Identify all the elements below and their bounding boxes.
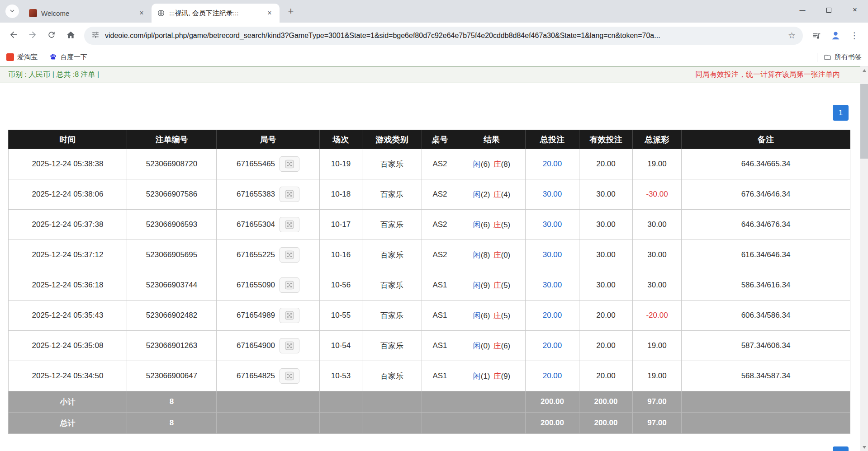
cell-bet-id: 523066903744: [127, 270, 217, 301]
new-tab-button[interactable]: +: [283, 4, 299, 19]
empty-cell: [422, 413, 458, 434]
cell-round: 671655090: [217, 270, 320, 301]
cell-game-type: 百家乐: [362, 240, 422, 270]
round-media-button[interactable]: [280, 308, 299, 323]
bookmark-baidu[interactable]: 百度一下: [49, 53, 87, 61]
cell-time: 2025-12-24 05:34:50: [9, 361, 127, 391]
cell-time: 2025-12-24 05:38:38: [9, 149, 127, 179]
cell-payout: 19.00: [633, 149, 682, 179]
cell-round: 671655225: [217, 240, 320, 270]
round-media-button[interactable]: [280, 217, 299, 232]
scroll-up-arrow[interactable]: [860, 66, 868, 74]
triangle-up-icon: [863, 67, 866, 72]
tab-close-icon[interactable]: ×: [265, 9, 274, 18]
welcome-favicon-icon: [29, 9, 37, 17]
bookmark-label: 百度一下: [60, 53, 87, 61]
round-media-button[interactable]: [280, 187, 299, 202]
empty-cell: [458, 391, 526, 413]
round-media-button[interactable]: [280, 277, 299, 293]
empty-cell: [217, 391, 320, 413]
empty-cell: [320, 413, 362, 434]
bookmark-star-icon[interactable]: ☆: [788, 30, 796, 41]
round-media-button[interactable]: [280, 156, 299, 172]
tab-welcome[interactable]: Welcome ×: [24, 4, 152, 23]
col-note: 备注: [682, 130, 850, 149]
cell-bet-id: 523066905695: [127, 240, 217, 270]
forward-button[interactable]: [24, 27, 42, 45]
cell-table-no: AS1: [422, 270, 458, 301]
cell-game-type: 百家乐: [362, 149, 422, 179]
player-result: 闲(1): [473, 372, 490, 381]
round-media-button[interactable]: [280, 247, 299, 263]
pagination-bottom-button[interactable]: 1: [833, 446, 849, 451]
cell-game-type: 百家乐: [362, 331, 422, 361]
round-media-button[interactable]: [280, 338, 299, 353]
cell-game-type: 百家乐: [362, 270, 422, 301]
cell-table-no: AS1: [422, 361, 458, 391]
scroll-thumb[interactable]: [860, 84, 868, 159]
cell-result: 闲(0)庄(6): [458, 331, 526, 361]
media-controls-icon[interactable]: [807, 27, 825, 45]
cell-session: 10-56: [320, 270, 362, 301]
tab-strip: Welcome × :::视讯, 会员下注纪录::: × + — ×: [0, 0, 868, 23]
cell-result: 闲(8)庄(0): [458, 240, 526, 270]
round-media-button[interactable]: [280, 368, 299, 384]
col-time: 时间: [9, 130, 127, 149]
cell-session: 10-16: [320, 240, 362, 270]
cell-total-bet: 20.00: [526, 301, 579, 331]
tab-close-icon[interactable]: ×: [137, 9, 146, 18]
cell-result: 闲(9)庄(5): [458, 270, 526, 301]
minimize-button[interactable]: —: [789, 0, 816, 20]
round-number: 671655090: [237, 281, 275, 289]
player-result: 闲(0): [473, 342, 490, 350]
tab-title: Welcome: [41, 9, 133, 17]
all-bookmarks[interactable]: 所有书签: [824, 53, 862, 61]
total-valid-bet: 200.00: [579, 413, 633, 434]
cell-round: 671654989: [217, 301, 320, 331]
back-button[interactable]: [5, 27, 23, 45]
cell-time: 2025-12-24 05:36:18: [9, 270, 127, 301]
tab-search-button[interactable]: [5, 5, 19, 18]
site-settings-icon[interactable]: [91, 31, 100, 41]
cell-note: 616.34/646.34: [682, 240, 850, 270]
subtotal-valid-bet: 200.00: [579, 391, 633, 413]
cell-time: 2025-12-24 05:38:06: [9, 179, 127, 210]
dice-icon: [285, 189, 294, 199]
folder-icon: [824, 53, 831, 61]
maximize-button[interactable]: [816, 0, 842, 20]
page-1-button[interactable]: 1: [833, 105, 849, 121]
col-session: 场次: [320, 130, 362, 149]
cell-valid-bet: 20.00: [579, 361, 633, 391]
close-button[interactable]: ×: [842, 0, 868, 20]
round-number: 671655465: [237, 160, 275, 168]
tab-betrecord[interactable]: :::视讯, 会员下注纪录::: ×: [152, 4, 280, 23]
round-number: 671655304: [237, 220, 275, 229]
col-game-type: 游戏类别: [362, 130, 422, 149]
cell-round: 671655465: [217, 149, 320, 179]
dice-icon: [285, 371, 294, 381]
cell-result: 闲(6)庄(5): [458, 301, 526, 331]
cell-round: 671654900: [217, 331, 320, 361]
cell-payout: -20.00: [633, 301, 682, 331]
cell-round: 671655383: [217, 179, 320, 210]
cell-time: 2025-12-24 05:37:38: [9, 210, 127, 240]
menu-kebab-icon[interactable]: ⋮: [845, 27, 863, 45]
address-bar[interactable]: videoie.com/ipl/portal.php/game/betrecor…: [84, 27, 803, 45]
profile-avatar[interactable]: [826, 27, 844, 45]
banker-result: 庄(4): [493, 190, 511, 199]
cell-table-no: AS2: [422, 240, 458, 270]
bookmark-label: 爱淘宝: [17, 53, 38, 61]
scroll-down-arrow[interactable]: [860, 443, 868, 451]
cell-valid-bet: 30.00: [579, 240, 633, 270]
bookmark-aitaobao[interactable]: 爱淘宝: [6, 53, 38, 61]
cell-total-bet: 30.00: [526, 179, 579, 210]
refresh-button[interactable]: [43, 27, 61, 45]
home-button[interactable]: [62, 27, 80, 45]
url-text[interactable]: videoie.com/ipl/portal.php/game/betrecor…: [105, 32, 783, 40]
player-result: 闲(2): [473, 190, 490, 199]
cell-result: 闲(6)庄(8): [458, 149, 526, 179]
cell-total-bet: 20.00: [526, 331, 579, 361]
table-header-row: 时间 注单编号 局号 场次 游戏类别 桌号 结果 总投注 有效投注 总派彩 备注: [9, 130, 850, 149]
scrollbar[interactable]: [860, 66, 868, 451]
cell-result: 闲(2)庄(4): [458, 179, 526, 210]
